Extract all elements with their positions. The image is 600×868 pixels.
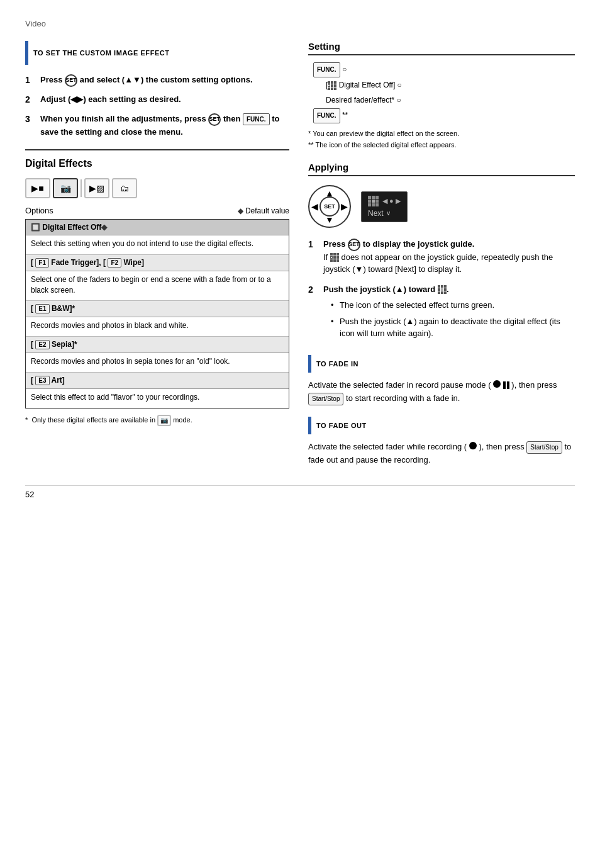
option-bw-header[interactable]: [ E1 B&W]* (26, 301, 289, 317)
step-3: 3 When you finish all the adjustments, p… (25, 113, 289, 138)
mode-icon-playback[interactable]: ▶▨ (84, 178, 109, 198)
mode-icon-camera[interactable]: 📷 (53, 178, 78, 198)
options-table: 🔲 Digital Effect Off◆ Select this settin… (25, 219, 289, 409)
chevron-down-icon: ∨ (386, 210, 391, 217)
custom-steps-list: 1 Press SET and select (▲▼) the custom s… (25, 74, 289, 138)
set-button-icon-2: SET (208, 113, 221, 126)
start-stop-button: Start/Stop (308, 393, 343, 405)
option-bw-desc: Records movies and photos in black and w… (26, 317, 289, 337)
setting-title: Setting (308, 41, 575, 55)
fade-in-accent-bar (308, 355, 311, 373)
arrow-down-icon: ▼ (325, 215, 334, 225)
setting-flow-effect: [ Digital Effect Off] ○ (326, 77, 575, 93)
page-number: 52 (25, 490, 34, 499)
mode-separator (81, 179, 82, 197)
next-label-text: Next (368, 209, 384, 218)
effect-icon (328, 81, 336, 90)
step-1: 1 Press SET and select (▲▼) the custom s… (25, 74, 289, 87)
fade-in-section: To Fade In Activate the selected fader i… (308, 355, 575, 405)
bullet-2: Push the joystick (▲) again to deactivat… (331, 315, 575, 340)
pause-bars-icon (503, 381, 509, 389)
mode-icons-row: ▶■ 📷 ▶▨ 🗂 (25, 178, 289, 198)
option-sepia-desc: Records movies and photos in sepia tones… (26, 353, 289, 373)
effect-icon-ref (438, 285, 447, 294)
setting-flow: FUNC. ○ [ Digital Effect Off] ○ Desired … (308, 62, 575, 123)
fade-out-accent-bar (308, 417, 311, 434)
record-dot-icon (493, 380, 501, 388)
divider-1 (25, 149, 289, 150)
fade-out-title: To Fade Out (316, 422, 367, 429)
guide-icon-ref (330, 253, 339, 262)
default-value-label: ◆ Default value (238, 206, 289, 215)
fade-in-title-bar: To Fade In (308, 355, 575, 373)
next-display-box: ◀ ● ▶ Next ∨ (361, 191, 408, 222)
options-label: Options (25, 206, 53, 215)
camera-mode-icon: 📷 (157, 415, 171, 426)
fade-out-title-bar: To Fade Out (308, 417, 575, 434)
arrow-right-icon: ▶ (341, 201, 348, 211)
setting-flow-desired: Desired fader/effect* ○ (326, 93, 575, 108)
setting-flow-func: FUNC. ○ (313, 62, 575, 77)
set-button-icon: SET (65, 74, 77, 87)
set-inner-button: SET (319, 196, 340, 217)
option-icon-off: 🔲 (31, 223, 40, 232)
right-column: Setting FUNC. ○ [ Digital Effect Off] ○ … (308, 41, 575, 466)
applying-step-2-bullets: The icon of the selected effect turns gr… (331, 299, 575, 340)
blue-accent-bar (25, 41, 28, 65)
step-2: 2 Adjust (◀▶) each setting as desired. (25, 93, 289, 106)
option-digital-effect-off-desc: Select this setting when you do not inte… (26, 235, 289, 255)
next-label-row: Next ∨ (368, 209, 401, 218)
setting-flow-func2: FUNC. ** (313, 108, 575, 123)
options-header: Options ◆ Default value (25, 206, 289, 215)
custom-section-header: To set the custom image effect (25, 41, 289, 65)
footnote-star1: * You can preview the digital effect on … (308, 128, 575, 140)
applying-title: Applying (308, 162, 575, 176)
arrow-up-icon: ▲ (325, 188, 334, 198)
option-digital-effect-off-header[interactable]: 🔲 Digital Effect Off◆ (26, 220, 289, 235)
applying-step-1: 1 Press SET to display the joystick guid… (308, 238, 575, 276)
fade-out-body: Activate the selected fader while record… (308, 441, 575, 467)
guide-arrow-icons: ◀ ● ▶ (382, 197, 401, 205)
start-stop-button-2: Start/Stop (526, 441, 562, 454)
fade-out-section: To Fade Out Activate the selected fader … (308, 417, 575, 467)
digital-effects-footnote: * Only these digital effects are availab… (25, 415, 289, 426)
mode-icon-setup[interactable]: 🗂 (112, 178, 137, 198)
custom-section-title: To set the custom image effect (33, 49, 170, 57)
footnote-star2: ** The icon of the selected digital effe… (308, 140, 575, 151)
joystick-diagram: ▲ ▼ ◀ ▶ SET (308, 185, 351, 228)
page-header: Video (25, 19, 575, 28)
setting-footnotes: * You can preview the digital effect on … (308, 128, 575, 150)
option-fade-desc: Select one of the faders to begin or end… (26, 271, 289, 302)
fade-in-body: Activate the selected fader in record pa… (308, 379, 575, 405)
option-art-header[interactable]: [ E3 Art] (26, 373, 289, 389)
mode-icon-video[interactable]: ▶■ (25, 178, 50, 198)
func-button: FUNC. (243, 113, 270, 125)
option-fade-header[interactable]: [ F1 Fade Trigger], [ F2 Wipe] (26, 255, 289, 271)
arrow-left-icon: ◀ (311, 201, 318, 211)
fade-in-title: To Fade In (316, 360, 358, 368)
applying-step-2: 2 Push the joystick (▲) toward . (308, 283, 575, 344)
set-btn-icon-apply: SET (348, 239, 360, 251)
option-sepia-header[interactable]: [ E2 Sepia]* (26, 337, 289, 353)
applying-diagram: ▲ ▼ ◀ ▶ SET (308, 185, 575, 228)
guide-grid-icon (368, 196, 379, 206)
option-art-desc: Select this effect to add "flavor" to yo… (26, 389, 289, 408)
left-column: To set the custom image effect 1 Press S… (25, 41, 289, 466)
digital-effects-title: Digital Effects (25, 158, 289, 169)
record-dot-icon-2 (469, 442, 477, 449)
applying-steps-list: 1 Press SET to display the joystick guid… (308, 238, 575, 344)
bullet-1: The icon of the selected effect turns gr… (331, 299, 575, 312)
